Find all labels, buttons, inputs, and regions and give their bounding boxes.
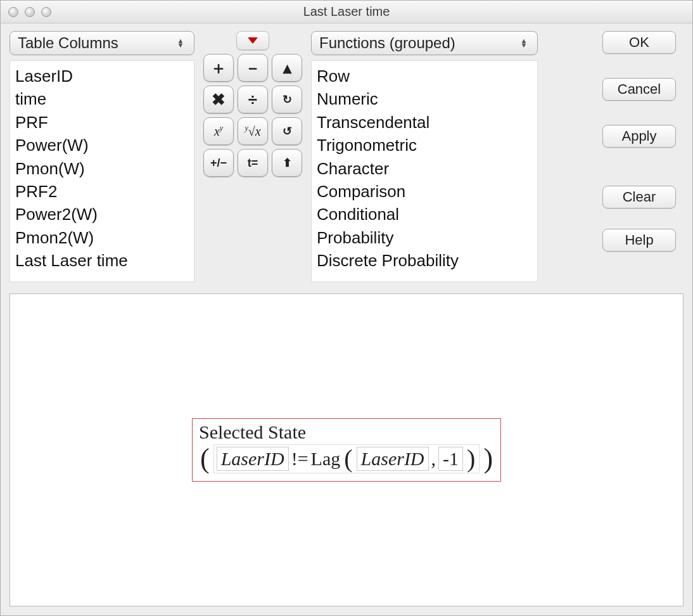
functions-panel: Functions (grouped) ▲▼ Row Numeric Trans…	[311, 31, 538, 282]
power-button[interactable]: xy	[203, 117, 234, 145]
ok-button[interactable]: OK	[602, 31, 676, 54]
minimize-window-icon[interactable]	[25, 7, 35, 17]
t-equals-button[interactable]: t=	[238, 149, 268, 177]
window-controls	[8, 7, 51, 17]
separator-token: ,	[431, 448, 436, 470]
plus-minus-icon: +/−	[210, 157, 227, 170]
functions-popup[interactable]: Functions (grouped) ▲▼	[311, 31, 538, 55]
formula-selection[interactable]: Selected State ( LaserID != Lag ( LaserI…	[192, 418, 501, 482]
list-item[interactable]: PRF2	[15, 180, 189, 203]
zoom-window-icon[interactable]	[41, 7, 51, 17]
minus-button[interactable]: －	[238, 54, 268, 82]
functions-listbox[interactable]: Row Numeric Transcendental Trigonometric…	[311, 60, 538, 282]
loop-icon: ↻	[283, 93, 292, 106]
list-item[interactable]: Pmon2(W)	[15, 226, 189, 249]
plus-icon: ＋	[210, 57, 227, 79]
close-paren-icon: )	[466, 446, 476, 472]
insert-button[interactable]: ⬆	[272, 149, 302, 177]
popup-arrows-icon: ▲▼	[518, 39, 530, 48]
minus-icon: －	[245, 57, 261, 79]
clear-button-label: Clear	[623, 189, 656, 205]
divide-icon: ÷	[248, 90, 257, 110]
formula-editor[interactable]: Selected State ( LaserID != Lag ( LaserI…	[10, 293, 683, 606]
times-icon: ✖	[212, 90, 226, 110]
close-window-icon[interactable]	[8, 7, 18, 17]
delete-button[interactable]	[236, 31, 269, 50]
up-arrow-icon: ⬆	[283, 156, 292, 170]
t-equals-icon: t=	[248, 157, 258, 170]
action-button-panel: OK Cancel Apply Clear Help	[595, 31, 683, 282]
table-columns-popup[interactable]: Table Columns ▲▼	[10, 31, 194, 55]
columns-panel: Table Columns ▲▼ LaserID time PRF Power(…	[10, 31, 194, 282]
clear-button[interactable]: Clear	[602, 186, 676, 209]
operator-token: !=	[291, 448, 308, 470]
cancel-button[interactable]: Cancel	[602, 78, 676, 101]
help-button-label: Help	[625, 232, 653, 248]
list-item[interactable]: Pmon(W)	[15, 157, 189, 180]
table-columns-popup-label: Table Columns	[18, 34, 118, 52]
times-button[interactable]: ✖	[203, 86, 234, 113]
divide-button[interactable]: ÷	[238, 86, 268, 113]
list-item[interactable]: Discrete Probability	[317, 249, 532, 272]
red-triangle-icon	[248, 37, 258, 44]
number-token[interactable]: -1	[438, 447, 463, 471]
apply-button[interactable]: Apply	[602, 125, 676, 148]
functions-popup-label: Functions (grouped)	[319, 34, 455, 52]
caret-up-button[interactable]: ▴	[272, 54, 302, 82]
list-item[interactable]: Comparison	[317, 180, 532, 203]
expression-group: LaserID != Lag ( LaserID , -1 )	[213, 444, 480, 473]
cancel-button-label: Cancel	[618, 81, 661, 98]
swap-icon: ↺	[283, 124, 292, 138]
formula-title: Selected State	[199, 421, 494, 443]
list-item[interactable]: Transcendental	[317, 111, 532, 134]
list-item[interactable]: Trigonometric	[317, 134, 532, 157]
list-item[interactable]: PRF	[15, 111, 189, 134]
column-ref-token[interactable]: LaserID	[217, 447, 289, 471]
list-item[interactable]: Power(W)	[15, 134, 189, 157]
list-item[interactable]: Row	[317, 65, 532, 87]
close-paren-icon: )	[482, 445, 494, 473]
operator-panel: ＋ － ▴ ✖ ÷ ↻ xy y√x ↺ +/− t= ⬆	[200, 31, 306, 282]
power-icon: xy	[214, 124, 223, 139]
apply-button-label: Apply	[621, 128, 656, 144]
titlebar: Last Laser time	[1, 1, 692, 23]
list-item[interactable]: Probability	[317, 226, 532, 249]
list-item[interactable]: Power2(W)	[15, 203, 189, 226]
list-item[interactable]: Numeric	[317, 87, 532, 110]
help-button[interactable]: Help	[602, 229, 676, 252]
top-panel: Table Columns ▲▼ LaserID time PRF Power(…	[1, 23, 692, 288]
list-item[interactable]: Character	[317, 157, 532, 180]
root-button[interactable]: y√x	[238, 117, 268, 145]
formula-expression: ( LaserID != Lag ( LaserID , -1 ) )	[199, 444, 494, 473]
loop-button[interactable]: ↻	[272, 86, 302, 113]
caret-up-icon: ▴	[283, 58, 291, 78]
open-paren-icon: (	[199, 445, 211, 473]
plus-button[interactable]: ＋	[203, 54, 234, 82]
root-icon: y√x	[245, 124, 260, 139]
list-item[interactable]: Conditional	[317, 203, 532, 226]
list-item[interactable]: LaserID	[15, 65, 189, 87]
columns-listbox[interactable]: LaserID time PRF Power(W) Pmon(W) PRF2 P…	[10, 60, 194, 282]
list-item[interactable]: time	[15, 87, 189, 110]
column-ref-token[interactable]: LaserID	[357, 447, 429, 471]
ok-button-label: OK	[629, 34, 649, 51]
window-title: Last Laser time	[7, 4, 686, 19]
list-item[interactable]: Last Laser time	[15, 249, 189, 272]
swap-button[interactable]: ↺	[272, 117, 302, 145]
dialog-window: Last Laser time Table Columns ▲▼ LaserID…	[0, 0, 693, 616]
operator-grid: ＋ － ▴ ✖ ÷ ↻ xy y√x ↺ +/− t= ⬆	[203, 54, 302, 177]
function-name-token: Lag	[311, 448, 341, 470]
open-paren-icon: (	[343, 446, 353, 472]
plus-minus-button[interactable]: +/−	[203, 149, 234, 177]
popup-arrows-icon: ▲▼	[175, 39, 186, 48]
